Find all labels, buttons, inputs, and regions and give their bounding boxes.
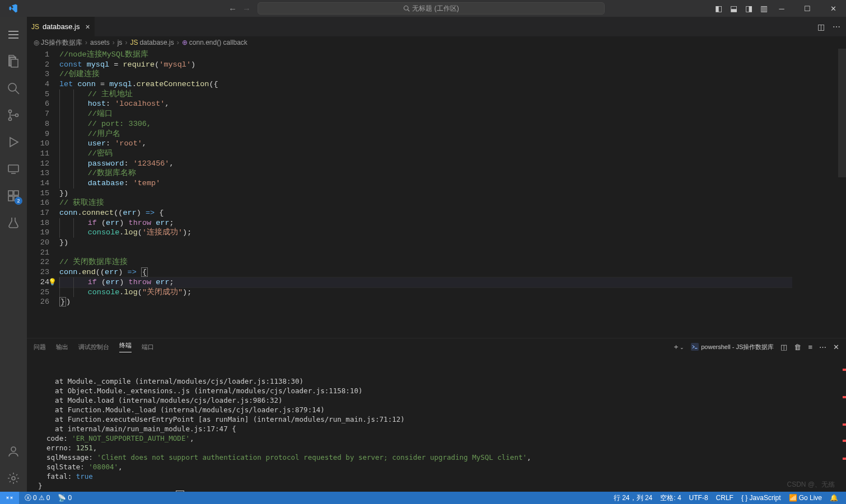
split-editor-icon[interactable]: ◫ (817, 22, 825, 31)
svg-rect-3 (11, 59, 18, 67)
layout-sidebar-left-icon[interactable]: ◧ (715, 4, 722, 13)
bottom-panel: 问题输出调试控制台终端端口 ＋⌄ powershell - JS操作数据库 ◫ … (27, 338, 846, 492)
svg-point-8 (16, 114, 18, 117)
svg-line-5 (15, 90, 19, 94)
layout-sidebar-right-icon[interactable]: ◨ (745, 4, 752, 13)
encoding-status[interactable]: UTF-8 (689, 494, 708, 502)
line-gutter: 1234567891011121314151617181920212223242… (27, 49, 59, 338)
split-terminal-icon[interactable]: ◫ (780, 343, 787, 351)
function-icon: ⊕ (182, 39, 188, 46)
powershell-icon (691, 343, 699, 351)
panel-tab-2[interactable]: 调试控制台 (78, 343, 109, 351)
panel-tabs: 问题输出调试控制台终端端口 ＋⌄ powershell - JS操作数据库 ◫ … (27, 338, 846, 355)
scroll-thumb[interactable] (838, 49, 846, 177)
nav-back-icon[interactable]: ← (228, 4, 237, 13)
customize-layout-icon[interactable]: ▥ (760, 4, 768, 13)
svg-point-0 (404, 6, 409, 11)
go-live-button[interactable]: 📶Go Live (789, 494, 822, 502)
js-file-icon: JS (31, 23, 39, 31)
status-bar: ⓧ0 ⚠0 📡0 行 24，列 24 空格: 4 UTF-8 CRLF { } … (0, 492, 846, 504)
terminal-output[interactable]: at Module._compile (internal/modules/cjs… (27, 355, 846, 492)
tab-label: database.js (43, 22, 80, 31)
command-center[interactable]: 无标题 (工作区) (258, 2, 605, 15)
js-file-icon: JS (130, 39, 138, 46)
code-editor[interactable]: 1234567891011121314151617181920212223242… (27, 49, 846, 338)
menu-icon[interactable] (0, 21, 27, 48)
explorer-icon[interactable] (0, 48, 27, 75)
panel-tab-0[interactable]: 问题 (34, 343, 46, 351)
svg-rect-11 (8, 191, 13, 195)
terminal-scrollbar[interactable] (838, 355, 846, 492)
breadcrumb-item[interactable]: assets (90, 39, 110, 46)
testing-icon[interactable] (0, 209, 27, 236)
vscode-logo-icon (0, 3, 27, 13)
remote-indicator[interactable] (0, 492, 19, 504)
window-title: 无标题 (工作区) (412, 4, 459, 13)
tab-bar: JS database.js × ◫ ⋯ (27, 17, 846, 36)
svg-line-1 (408, 10, 410, 11)
layout-panel-icon[interactable]: ⬓ (730, 4, 737, 13)
settings-gear-icon[interactable] (0, 465, 27, 492)
search-icon[interactable] (0, 75, 27, 102)
svg-rect-12 (14, 191, 18, 195)
maximize-panel-icon[interactable]: ⋯ (819, 343, 826, 351)
panel-tab-3[interactable]: 终端 (119, 341, 132, 352)
svg-rect-9 (8, 165, 18, 172)
activity-bar: 2 (0, 17, 27, 492)
terminal-selector[interactable]: powershell - JS操作数据库 (691, 343, 774, 351)
extensions-icon[interactable]: 2 (0, 182, 27, 209)
close-button[interactable]: ✕ (820, 0, 846, 17)
problems-status[interactable]: ⓧ0 ⚠0 (25, 493, 50, 503)
svg-point-4 (8, 83, 16, 91)
remote-explorer-icon[interactable] (0, 156, 27, 182)
editor-scrollbar[interactable] (838, 49, 846, 338)
breadcrumb-item[interactable]: database.js (139, 39, 174, 46)
svg-point-7 (9, 118, 12, 121)
source-control-icon[interactable] (0, 102, 27, 129)
close-panel-icon[interactable]: ✕ (833, 343, 839, 351)
minimize-button[interactable]: ─ (769, 0, 794, 17)
accounts-icon[interactable] (0, 438, 27, 465)
extensions-badge: 2 (15, 197, 22, 205)
notifications-icon[interactable]: 🔔 (830, 494, 838, 502)
eol-status[interactable]: CRLF (716, 494, 733, 502)
indentation-status[interactable]: 空格: 4 (660, 493, 681, 503)
kill-terminal-icon[interactable]: 🗑 (794, 343, 801, 351)
title-bar: ← → 无标题 (工作区) ◧ ⬓ ◨ ▥ ─ ☐ ✕ (0, 0, 846, 17)
more-actions-icon[interactable]: ⋯ (833, 22, 840, 31)
panel-more-icon[interactable]: ≡ (808, 343, 812, 351)
breadcrumb-item[interactable]: JS操作数据库 (41, 38, 82, 48)
panel-tab-4[interactable]: 端口 (142, 343, 154, 351)
tab-database-js[interactable]: JS database.js × (27, 17, 95, 36)
svg-point-6 (9, 110, 12, 113)
ports-status[interactable]: 📡0 (58, 494, 72, 502)
svg-point-16 (12, 477, 15, 480)
panel-tab-1[interactable]: 输出 (56, 343, 68, 351)
run-debug-icon[interactable] (0, 129, 27, 156)
breadcrumb[interactable]: ◎ JS操作数据库› assets› js› JS database.js› ⊕… (27, 36, 846, 49)
minimap[interactable] (792, 49, 838, 338)
svg-point-15 (11, 447, 16, 451)
breadcrumb-item[interactable]: js (118, 39, 123, 46)
terminal-label: powershell - JS操作数据库 (701, 343, 774, 351)
new-terminal-icon[interactable]: ＋⌄ (672, 342, 684, 352)
svg-rect-13 (8, 196, 13, 201)
close-icon[interactable]: × (86, 22, 90, 31)
search-icon (403, 5, 410, 12)
language-mode[interactable]: { } JavaScript (741, 494, 781, 502)
nav-forward-icon[interactable]: → (242, 4, 251, 13)
maximize-button[interactable]: ☐ (794, 0, 820, 17)
folder-icon: ◎ (34, 39, 39, 46)
cursor-position[interactable]: 行 24，列 24 (614, 493, 652, 503)
breadcrumb-item[interactable]: conn.end() callback (189, 39, 247, 46)
